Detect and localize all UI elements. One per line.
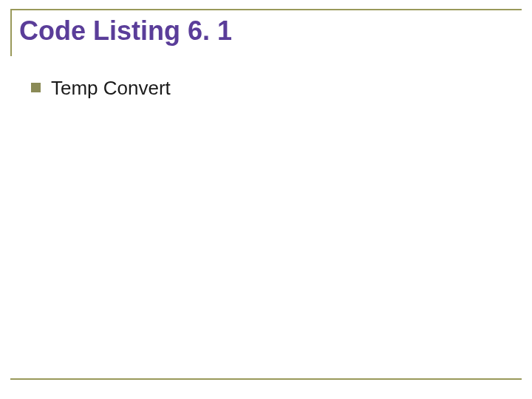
bullet-text: Temp Convert: [51, 77, 171, 100]
slide-container: Code Listing 6. 1 Temp Convert: [0, 0, 532, 399]
footer-divider: [10, 378, 522, 380]
content-area: Temp Convert: [10, 77, 522, 100]
slide-title: Code Listing 6. 1: [19, 16, 522, 46]
list-item: Temp Convert: [31, 77, 522, 100]
square-bullet-icon: [31, 83, 41, 92]
title-block: Code Listing 6. 1: [10, 9, 522, 56]
